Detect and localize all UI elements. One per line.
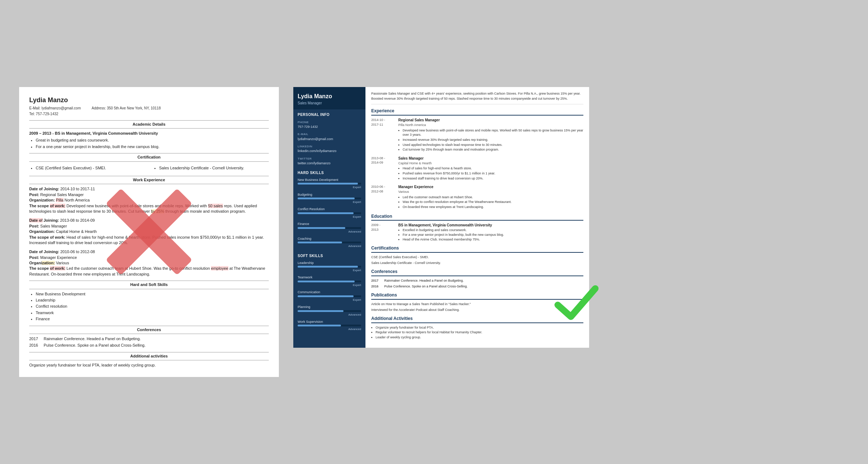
right-name: Lydia Manzo: [298, 93, 361, 100]
experience-title: Experience: [371, 108, 583, 116]
conf-section-title: Conferences: [29, 326, 269, 334]
work-date-3: Date of Joining: 2010-06 to 2012-08: [29, 249, 269, 255]
skill-new-biz: New Business Development Expert: [293, 177, 365, 192]
left-tel-line: Tel: 757-729-1432: [29, 112, 269, 117]
list-item: Conflict resolution: [36, 304, 269, 309]
email-value: lydiafmanzo@gmail.com: [293, 136, 365, 143]
list-item: Developed new business with point-of-sal…: [403, 128, 583, 137]
work-date-1: Date of Joining: 2014-10 to 2017-11: [29, 186, 269, 192]
conf-text-2: Pulse Conference. Spoke on a Panel about…: [384, 284, 468, 289]
additional-bullets: Organize yearly fundraiser for local PTA…: [371, 325, 583, 340]
exp-entry-1: 2014-10 -2017-11 Regional Sales Manager …: [371, 118, 583, 152]
additional-title: Additional Activities: [371, 316, 583, 323]
list-item: Great in budgeting and sales coursework.: [36, 138, 269, 143]
work-section-title: Work Experience: [29, 176, 269, 184]
list-item: Finance: [36, 316, 269, 322]
work-org-2: Organization: Capital Home & Hearth: [29, 229, 269, 234]
list-item: Head of sales for high-end home & hearth…: [403, 166, 583, 171]
work-org-1: Organization: Pilla North America: [29, 198, 269, 203]
publications-title: Publications: [371, 292, 583, 300]
education-section: Education 2009 -2013 BS in Management, V…: [371, 213, 583, 242]
cert-item-2: Sales Leadership Certificate - Cornell U…: [371, 261, 583, 265]
exp-body-2: Sales Manager Capital Home & Hearth Head…: [398, 156, 583, 181]
edu-entry-1: 2009 -2013 BS in Management, Virginia Co…: [371, 223, 583, 242]
work-entry-1: Date of Joining: 2014-10 to 2017-11 Post…: [29, 186, 269, 214]
list-item: Increased revenue 30% through targeted s…: [403, 138, 583, 142]
conferences-section: Conferences 2017 Rainmaker Conference. H…: [371, 269, 583, 289]
linkedin-label: LinkedIn: [293, 143, 365, 148]
list-item: Pushed sales revenue from $750,000/yr to…: [403, 171, 583, 176]
right-sidebar: Lydia Manzo Sales Manager Personal Info …: [293, 87, 365, 347]
phone-value: 757-729-1432: [293, 124, 365, 131]
list-item: CSE (Certified Sales Executive) - SMEI.: [36, 165, 145, 171]
address-value: 350 5th Ave New York, NY, 10118: [107, 106, 161, 110]
right-title: Sales Manager: [298, 101, 361, 106]
list-item: Was the go-to conflict resolution employ…: [403, 200, 583, 204]
email-value: lydiafmanzo@gmail.com: [41, 106, 81, 110]
list-item: On-boarded three new employees at Trent …: [403, 205, 583, 209]
conf-entry-2: 2016 Pulse Conference. Spoke on a Panel …: [29, 343, 269, 348]
right-main-content: Passionate Sales Manager and CSE with 4+…: [365, 87, 589, 347]
cert-left: CSE (Certified Sales Executive) - SMEI.: [29, 164, 145, 172]
cert-section-title: Certification: [29, 153, 269, 161]
list-item: Leadership: [36, 298, 269, 303]
list-item: Teamwork: [36, 310, 269, 316]
cert-bullets-2: Sales Leadership Certificate - Cornell U…: [153, 165, 269, 171]
exp-body-3: Manager Experience Various Led the custo…: [398, 185, 583, 209]
work-entry-3: Date of Joining: 2010-06 to 2012-08 Post…: [29, 249, 269, 277]
work-date-2: Date of Joining: 2013-08 to 2014-09: [29, 218, 269, 223]
list-item: Head of the Anime Club. Increased member…: [403, 237, 504, 242]
skill-communication: Communication Expert: [293, 289, 365, 304]
skill-coaching: Coaching Advanced: [293, 236, 365, 251]
tel-value: 757-729-1432: [36, 112, 58, 116]
skill-finance: Finance Advanced: [293, 221, 365, 236]
phone-label: Phone: [293, 119, 365, 124]
linkedin-value: linkedin.com/in/lydiamanzo: [293, 148, 365, 155]
cert-two-col: CSE (Certified Sales Executive) - SMEI. …: [29, 164, 269, 172]
exp-date-3: 2010-06 -2012-08: [371, 185, 395, 209]
list-item: Regular volunteer to recruit helpers for…: [376, 330, 583, 335]
summary-text: Passionate Sales Manager and CSE with 4+…: [371, 91, 583, 104]
twitter-value: twitter.com/lydiamanzo: [293, 161, 365, 168]
hard-skills-head: Hard Skills: [293, 168, 365, 177]
list-item: Excelled in budgeting and sales coursewo…: [403, 228, 504, 233]
cert-item-1: CSE (Certified Sales Executive) - SMEI.: [371, 255, 583, 260]
skill-conflict: Conflict Resolution Expert: [293, 206, 365, 221]
list-item: Organize yearly fundraiser for local PTA…: [376, 325, 583, 330]
work-post-2: Post: Sales Manager: [29, 224, 269, 229]
additional-section-title: Additional activities: [29, 352, 269, 360]
exp-body-1: Regional Sales Manager Pilla North Ameri…: [398, 118, 583, 152]
pub-item-1: Article on How to Manage a Sales Team Pu…: [371, 302, 583, 307]
list-item: For a one-year senior project in leaders…: [36, 144, 269, 149]
list-item: Cut turnover by 25% through team morale …: [403, 147, 583, 152]
additional-section: Additional Activities Organize yearly fu…: [371, 316, 583, 340]
left-resume: Lydia Manzo E-Mail: lydiafmanzo@gmail.co…: [19, 87, 279, 377]
left-email-line: E-Mail: lydiafmanzo@gmail.com Address: 3…: [29, 106, 269, 111]
work-scope-2: The scope of work: Head of sales for hig…: [29, 235, 269, 246]
certifications-title: Certifications: [371, 245, 583, 253]
twitter-label: Twitter: [293, 155, 365, 161]
name-block: Lydia Manzo Sales Manager: [293, 87, 365, 109]
exp-entry-3: 2010-06 -2012-08 Manager Experience Vari…: [371, 185, 583, 209]
address-label: Address:: [92, 106, 106, 110]
conf-entry-1: 2017 Rainmaker Conference. Headed a Pane…: [29, 336, 269, 342]
education-title: Education: [371, 213, 583, 221]
left-name: Lydia Manzo: [29, 96, 269, 105]
skills-section-title: Hard and Soft Skills: [29, 281, 269, 289]
personal-info-head: Personal Info: [293, 109, 365, 119]
list-item: New Business Development: [36, 291, 269, 297]
conf-text-1: Rainmaker Conference. Headed a Panel on …: [384, 278, 464, 283]
conf-text-2: Pulse Conference. Spoke on a Panel about…: [44, 343, 146, 348]
main-container: Lydia Manzo E-Mail: lydiafmanzo@gmail.co…: [19, 87, 849, 377]
work-scope-1: The scope of work: Developed new busines…: [29, 203, 269, 214]
soft-skills-head: Soft Skills: [293, 251, 365, 260]
conferences-title: Conferences: [371, 269, 583, 276]
experience-section: Experience 2014-10 -2017-11 Regional Sal…: [371, 108, 583, 209]
skill-budgeting: Budgeting Expert: [293, 192, 365, 207]
right-resume-wrapper: Lydia Manzo Sales Manager Personal Info …: [293, 87, 589, 347]
certifications-section: Certifications CSE (Certified Sales Exec…: [371, 245, 583, 265]
cert-bullets: CSE (Certified Sales Executive) - SMEI.: [29, 165, 145, 171]
tel-label: Tel:: [29, 112, 35, 116]
list-item: Leader of weekly cycling group.: [376, 335, 583, 340]
work-org-3: Organization: Various: [29, 260, 269, 266]
